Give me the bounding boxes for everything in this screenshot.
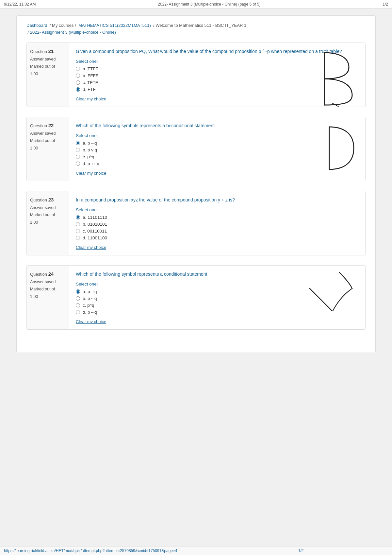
- question-21: Question 21 Answer saved Marked out of1.…: [26, 43, 366, 107]
- question-22-label-b: b. p v q: [83, 147, 97, 152]
- question-22: Question 22 Answer saved Marked out of1.…: [26, 117, 366, 181]
- question-23-radio-c[interactable]: [76, 229, 80, 233]
- question-22-status: Answer saved: [30, 130, 66, 137]
- question-24-marked: Marked out of1.00: [30, 286, 66, 300]
- question-23-option-a[interactable]: a. 11101110: [76, 215, 359, 220]
- question-24-radio-a[interactable]: [76, 289, 80, 294]
- question-22-label-c: c. p^q: [83, 154, 94, 159]
- question-22-clear[interactable]: Clear my choice: [76, 171, 106, 176]
- question-21-radio-d[interactable]: [76, 87, 80, 92]
- question-23-option-c[interactable]: c. 00110011: [76, 229, 359, 234]
- question-21-label-c: c. TFTF: [83, 80, 98, 85]
- question-24-drawing: [306, 269, 359, 311]
- question-23-number: Question 23: [30, 195, 66, 204]
- question-22-drawing: [316, 120, 359, 176]
- question-23-sidebar: Question 23 Answer saved Marked out of1.…: [27, 191, 69, 255]
- question-22-number: Question 22: [30, 121, 66, 130]
- question-23-marked: Marked out of1.00: [30, 211, 66, 226]
- question-24: Question 24 Answer saved Marked out of1.…: [26, 265, 366, 330]
- question-24-radio-c[interactable]: [76, 303, 80, 307]
- breadcrumb: Dashboard / My courses / MATHEMATICS 511…: [26, 22, 366, 36]
- question-24-status: Answer saved: [30, 278, 66, 286]
- question-24-clear[interactable]: Clear my choice: [76, 319, 106, 324]
- question-23-label-a: a. 11101110: [83, 215, 107, 220]
- question-23-status: Answer saved: [30, 204, 66, 212]
- question-24-label-a: a. p→q: [83, 289, 97, 294]
- question-21-radio-c[interactable]: [76, 80, 80, 85]
- breadcrumb-dashboard[interactable]: Dashboard: [26, 23, 47, 28]
- question-21-status: Answer saved: [30, 56, 66, 63]
- question-24-radio-b[interactable]: [76, 296, 80, 301]
- question-24-radio-d[interactable]: [76, 310, 80, 314]
- browser-title: 2022- Assignment 3 (Multiple-choice - On…: [158, 2, 260, 7]
- question-23-label-d: d. 11001100: [83, 235, 107, 240]
- breadcrumb-course[interactable]: MATHEMATICS 511(2022M1MAT511): [78, 23, 151, 28]
- question-21-number: Question 21: [30, 47, 66, 56]
- question-24-content: Which of the following symbol represents…: [69, 266, 365, 329]
- question-22-content: Which of the following symbols represent…: [69, 117, 365, 181]
- question-23: Question 23 Answer saved Marked out of1.…: [26, 191, 366, 255]
- question-23-select-label: Select one:: [76, 207, 359, 212]
- question-23-radio-b[interactable]: [76, 222, 80, 226]
- question-22-label-a: a. p→q: [83, 141, 97, 146]
- question-24-sidebar: Question 24 Answer saved Marked out of1.…: [27, 266, 69, 329]
- question-21-content: Given a compound proposition PQ, What wo…: [69, 43, 365, 107]
- question-22-label-d: d. p ↔ q: [83, 161, 99, 166]
- question-23-content: In a compound proposition xyz the value …: [69, 191, 365, 255]
- question-22-radio-c[interactable]: [76, 155, 80, 159]
- question-21-sidebar: Question 21 Answer saved Marked out of1.…: [27, 43, 69, 107]
- question-21-radio-a[interactable]: [76, 67, 80, 71]
- question-21-drawing: [306, 46, 359, 107]
- question-21-label-a: a. TTFF: [83, 66, 98, 71]
- question-23-option-b[interactable]: b. 01010101: [76, 222, 359, 227]
- question-23-radio-a[interactable]: [76, 215, 80, 219]
- question-21-marked: Marked out of1.00: [30, 63, 66, 78]
- question-21-clear[interactable]: Clear my choice: [76, 96, 106, 101]
- question-21-label-b: b. FFFF: [83, 73, 98, 78]
- question-23-option-d[interactable]: d. 11001100: [76, 235, 359, 240]
- question-23-radio-d[interactable]: [76, 236, 80, 240]
- breadcrumb-assignment[interactable]: 2022- Assignment 3 (Multiple-choice - On…: [30, 30, 116, 35]
- question-24-label-b: b. p←q: [83, 296, 97, 301]
- question-23-clear[interactable]: Clear my choice: [76, 245, 106, 250]
- question-22-radio-d[interactable]: [76, 162, 80, 166]
- question-23-label-b: b. 01010101: [83, 222, 107, 227]
- browser-timestamp: 9/12/22, 11:02 AM: [4, 2, 36, 7]
- question-24-label-c: c. p^q: [83, 303, 94, 308]
- question-24-number: Question 24: [30, 269, 66, 278]
- question-22-sidebar: Question 22 Answer saved Marked out of1.…: [27, 117, 69, 181]
- question-23-label-c: c. 00110011: [83, 229, 107, 234]
- question-23-text: In a compound proposition xyz the value …: [76, 197, 359, 203]
- question-24-label-d: d. p←q: [83, 310, 97, 315]
- question-22-marked: Marked out of1.00: [30, 137, 66, 152]
- question-21-radio-b[interactable]: [76, 74, 80, 78]
- question-22-radio-a[interactable]: [76, 141, 80, 145]
- question-21-label-d: d. FTFT: [83, 87, 98, 92]
- page-label: 1/2: [383, 2, 388, 7]
- question-22-radio-b[interactable]: [76, 148, 80, 152]
